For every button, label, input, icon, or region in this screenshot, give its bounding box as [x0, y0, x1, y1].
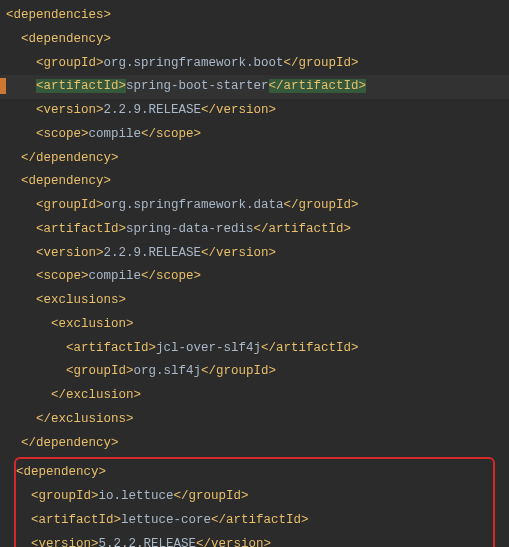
- code-line[interactable]: <artifactId>lettuce-core</artifactId>: [16, 509, 493, 533]
- code-line[interactable]: <groupId>io.lettuce</groupId>: [16, 485, 493, 509]
- code-line[interactable]: <artifactId>spring-data-redis</artifactI…: [0, 218, 509, 242]
- code-line[interactable]: <version>5.2.2.RELEASE</version>: [16, 533, 493, 548]
- code-line[interactable]: <dependency>: [0, 28, 509, 52]
- code-line[interactable]: <version>2.2.9.RELEASE</version>: [0, 99, 509, 123]
- code-line[interactable]: <artifactId>jcl-over-slf4j</artifactId>: [0, 337, 509, 361]
- gutter-warning-icon: [0, 78, 6, 94]
- code-line[interactable]: <groupId>org.springframework.boot</group…: [0, 52, 509, 76]
- code-line[interactable]: </exclusions>: [0, 408, 509, 432]
- code-line[interactable]: <dependency>: [0, 170, 509, 194]
- code-line-active[interactable]: <artifactId>spring-boot-starter</artifac…: [0, 75, 509, 99]
- code-line[interactable]: <exclusions>: [0, 289, 509, 313]
- code-line[interactable]: </dependency>: [0, 432, 509, 456]
- code-line[interactable]: </exclusion>: [0, 384, 509, 408]
- code-line[interactable]: <dependency>: [16, 461, 493, 485]
- code-line[interactable]: <groupId>org.springframework.data</group…: [0, 194, 509, 218]
- code-line[interactable]: <dependencies>: [0, 4, 509, 28]
- code-line[interactable]: <exclusion>: [0, 313, 509, 337]
- code-line[interactable]: <groupId>org.slf4j</groupId>: [0, 360, 509, 384]
- code-line[interactable]: <scope>compile</scope>: [0, 123, 509, 147]
- code-line[interactable]: </dependency>: [0, 147, 509, 171]
- code-line[interactable]: <version>2.2.9.RELEASE</version>: [0, 242, 509, 266]
- highlighted-dependency-box: <dependency> <groupId>io.lettuce</groupI…: [14, 457, 495, 547]
- code-line[interactable]: <scope>compile</scope>: [0, 265, 509, 289]
